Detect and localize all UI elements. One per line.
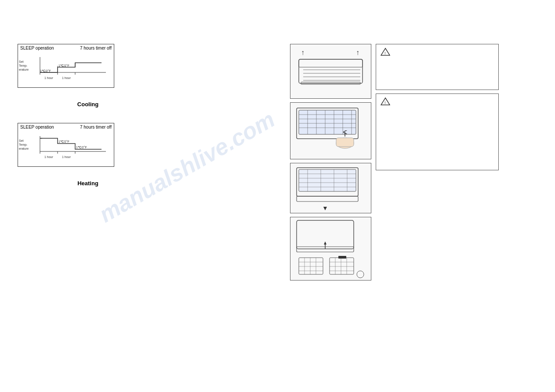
- svg-text:1 hour: 1 hour: [44, 76, 54, 79]
- svg-text:1℃/2°F: 1℃/2°F: [58, 64, 69, 67]
- svg-text:Temp-: Temp-: [19, 143, 28, 147]
- svg-text:1℃/2°F: 1℃/2°F: [76, 146, 87, 149]
- left-section: SLEEP operation 7 hours timer off Set Te…: [18, 44, 158, 187]
- cooling-diagram-header: SLEEP operation 7 hours timer off: [18, 44, 114, 50]
- svg-text:1℃/2°F: 1℃/2°F: [40, 69, 51, 72]
- cooling-timer-label: 7 hours timer off: [80, 46, 112, 50]
- heating-diagram-header: SLEEP operation 7 hours timer off: [18, 123, 114, 129]
- cooling-svg-container: Set Temp- erature: [18, 50, 115, 88]
- filter-parts-image: [290, 217, 371, 281]
- notice-box-2: !: [376, 94, 499, 170]
- filter-removal-svg-1: [292, 104, 369, 158]
- warning-triangle-icon-2: !: [381, 97, 390, 105]
- cooling-caption: Cooling: [18, 101, 158, 108]
- cooling-sleep-label: SLEEP operation: [20, 46, 54, 50]
- svg-text:1 hour: 1 hour: [62, 76, 71, 79]
- svg-point-80: [357, 271, 364, 278]
- svg-rect-25: [299, 59, 363, 83]
- svg-rect-72: [330, 258, 354, 274]
- warning-triangle-icon-1: !: [381, 48, 390, 56]
- notice-box-1: !: [376, 44, 499, 90]
- notices-column: ! !: [376, 44, 499, 281]
- filter-parts-svg: [292, 218, 369, 280]
- svg-rect-35: [299, 110, 356, 134]
- heating-diagram-section: SLEEP operation 7 hours timer off Set Te…: [18, 123, 158, 187]
- svg-text:▼: ▼: [322, 205, 328, 212]
- svg-text:1℃/2°F: 1℃/2°F: [58, 140, 69, 143]
- svg-text:erature: erature: [19, 147, 29, 150]
- svg-marker-64: [324, 241, 326, 245]
- svg-rect-26: [299, 59, 363, 67]
- filter-removal-image-2: ▼: [290, 163, 371, 213]
- images-column: ↑ ↑: [290, 44, 371, 281]
- svg-text:!: !: [385, 101, 386, 105]
- heating-chart-svg: Set Temp- erature 1℃/2°F 1℃/2°F: [18, 129, 115, 165]
- svg-rect-50: [299, 169, 356, 191]
- svg-rect-65: [299, 258, 323, 274]
- ac-unit-svg: ↑ ↑: [292, 46, 369, 97]
- svg-text:↑: ↑: [301, 49, 305, 56]
- svg-text:Temp-: Temp-: [19, 64, 28, 68]
- right-layout: ↑ ↑: [290, 44, 499, 281]
- ac-unit-image: ↑ ↑: [290, 44, 371, 99]
- svg-text:Set: Set: [19, 60, 24, 63]
- cooling-diagram-section: SLEEP operation 7 hours timer off Set Te…: [18, 44, 158, 108]
- cooling-chart-svg: Set Temp- erature: [18, 50, 115, 86]
- svg-rect-73: [338, 256, 346, 259]
- right-section: ↑ ↑: [290, 44, 499, 281]
- svg-rect-59: [297, 196, 358, 201]
- heating-sleep-label: SLEEP operation: [20, 125, 54, 129]
- heating-diagram-box: SLEEP operation 7 hours timer off Set Te…: [18, 123, 114, 167]
- page-container: SLEEP operation 7 hours timer off Set Te…: [0, 0, 555, 392]
- filter-removal-svg-2: ▼: [292, 164, 369, 212]
- svg-rect-47: [336, 138, 354, 147]
- filter-removal-image-1: [290, 102, 371, 159]
- heating-svg-container: Set Temp- erature 1℃/2°F 1℃/2°F: [18, 129, 115, 167]
- svg-text:1 hour: 1 hour: [62, 155, 71, 158]
- notice-1-header: !: [381, 48, 494, 56]
- notice-2-header: !: [381, 97, 494, 105]
- heating-timer-label: 7 hours timer off: [80, 125, 112, 129]
- svg-text:↑: ↑: [356, 49, 359, 56]
- svg-text:erature: erature: [19, 68, 29, 71]
- svg-text:!: !: [385, 51, 386, 55]
- svg-text:Set: Set: [19, 139, 24, 142]
- svg-text:1 hour: 1 hour: [44, 155, 54, 158]
- heating-caption: Heating: [18, 180, 158, 187]
- cooling-diagram-box: SLEEP operation 7 hours timer off Set Te…: [18, 44, 114, 88]
